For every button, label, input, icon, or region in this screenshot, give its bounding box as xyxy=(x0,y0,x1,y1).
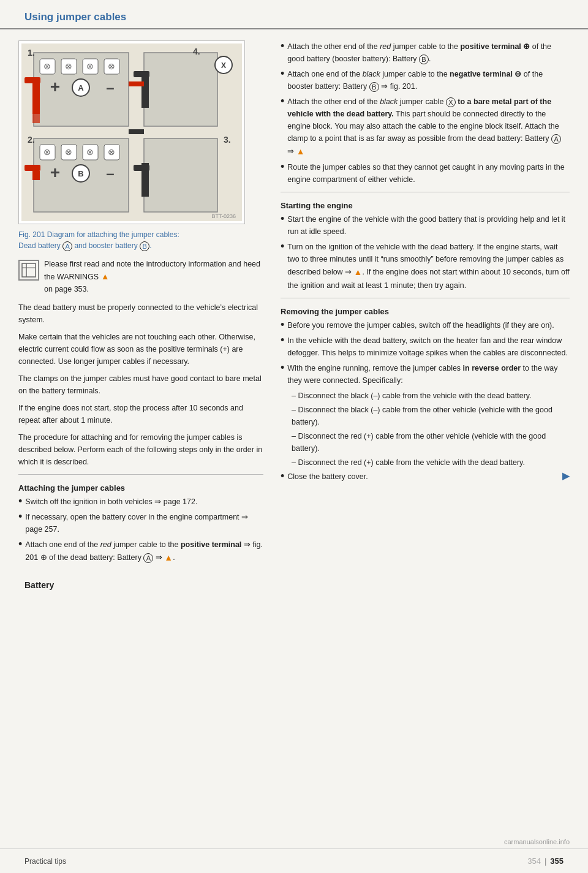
battery-label: Battery xyxy=(24,580,54,590)
page-container: Using jumper cables ⊗ xyxy=(0,0,588,873)
bullet-dot-rm4: • xyxy=(281,471,284,483)
svg-rect-15 xyxy=(32,80,40,114)
section-remove-heading: Removing the jumper cables xyxy=(281,307,570,316)
warning-text: Please first read and note the introduct… xyxy=(44,260,260,293)
bullet-dot-rm3: • xyxy=(281,362,284,374)
svg-text:1.: 1. xyxy=(28,48,35,58)
bullet-rm2-text: In the vehicle with the dead battery, sw… xyxy=(287,334,570,359)
section-attach-heading: Attaching the jumper cables xyxy=(18,483,263,493)
warning-box: Please first read and note the introduct… xyxy=(18,259,263,295)
sub-bullet-2: – Disconnect the black (–) cable from th… xyxy=(292,404,570,428)
page-footer: Practical tips 354 | 355 xyxy=(0,848,588,873)
bullet-dot-r2: • xyxy=(281,68,284,80)
para4: If the engine does not start, stop the p… xyxy=(18,402,263,426)
bullet-r2-text: Attach one end of the black jumper cable… xyxy=(287,68,570,93)
svg-text:X: X xyxy=(221,61,226,70)
warning-text-block: Please first read and note the introduct… xyxy=(44,259,263,295)
footer-pagination: 354 | 355 xyxy=(527,856,564,866)
svg-text:BTT-0236: BTT-0236 xyxy=(211,213,236,219)
warning-triangle-icon: ▲ xyxy=(101,270,110,284)
bullet-dot-r1: • xyxy=(281,40,284,53)
bullet-dot-r3: • xyxy=(281,96,284,108)
bullet-r2: • Attach one end of the black jumper cab… xyxy=(281,68,570,93)
circle-b-caption: B xyxy=(140,241,149,251)
fig-caption-line2: Dead battery xyxy=(18,241,62,250)
para5: The procedure for attaching and for remo… xyxy=(18,431,263,468)
next-arrow-icon: ▶ xyxy=(562,471,570,482)
bullet-rm4-text: Close the battery cover. xyxy=(287,471,554,483)
svg-text:–: – xyxy=(106,165,114,181)
svg-rect-42 xyxy=(144,138,217,212)
warning-icon xyxy=(18,260,39,281)
svg-rect-33 xyxy=(32,171,40,180)
svg-rect-16 xyxy=(32,114,40,123)
warn-triangle-r3: ▲ xyxy=(296,145,305,158)
svg-text:2.: 2. xyxy=(28,135,35,145)
diagram-svg: ⊗ ⊗ ⊗ ⊗ + A – xyxy=(21,43,242,221)
footer-section-label: Practical tips xyxy=(24,857,66,866)
svg-text:B: B xyxy=(78,169,83,178)
footer-page-separator: | xyxy=(545,856,546,866)
svg-rect-45 xyxy=(134,165,149,171)
bullet-attach-2: • If necessary, open the battery cover i… xyxy=(18,511,263,535)
bullet-dot-2: • xyxy=(18,511,22,523)
circle-a-bullet3: A xyxy=(143,553,153,563)
svg-rect-39 xyxy=(134,71,149,77)
bullet-r3: • Attach the other end of the black jump… xyxy=(281,96,570,158)
svg-rect-40 xyxy=(129,81,144,86)
svg-text:⊗: ⊗ xyxy=(86,147,94,157)
svg-text:⊗: ⊗ xyxy=(108,61,115,71)
bullet-attach-1: • Switch off the ignition in both vehicl… xyxy=(18,496,263,508)
bullet-dot-rm2: • xyxy=(281,334,284,347)
bullet-s1-text: Start the engine of the vehicle with the… xyxy=(287,213,570,238)
bullet-attach-1-text: Switch off the ignition in both vehicles… xyxy=(25,496,263,508)
bullet-s2-text: Turn on the ignition of the vehicle with… xyxy=(287,241,570,291)
svg-text:⊗: ⊗ xyxy=(65,61,72,71)
page-header: Using jumper cables xyxy=(0,0,588,29)
svg-text:–: – xyxy=(106,79,114,96)
bullet-r3-text: Attach the other end of the black jumper… xyxy=(287,96,570,158)
bullet-dot-r4: • xyxy=(281,161,284,173)
bullet-rm3: • With the engine running, remove the ju… xyxy=(281,362,570,387)
watermark: carmanualsonline.info xyxy=(504,838,570,845)
circle-a-r3: A xyxy=(551,134,561,144)
svg-text:⊗: ⊗ xyxy=(108,147,115,157)
svg-text:⊗: ⊗ xyxy=(65,147,72,157)
bullet-rm2: • In the vehicle with the dead battery, … xyxy=(281,334,570,359)
circle-x-r3: X xyxy=(446,97,456,107)
divider-start xyxy=(281,192,570,192)
svg-text:A: A xyxy=(78,83,84,93)
svg-rect-38 xyxy=(141,74,149,108)
bullet-dot-1: • xyxy=(18,496,22,508)
bullet-attach-2-text: If necessary, open the battery cover in … xyxy=(25,511,263,535)
bullet-s1: • Start the engine of the vehicle with t… xyxy=(281,213,570,238)
svg-rect-34 xyxy=(144,53,217,126)
fig-caption-line1: Fig. 201 Diagram for attaching the jumpe… xyxy=(18,230,179,239)
bullet-s2: • Turn on the ignition of the vehicle wi… xyxy=(281,241,570,291)
svg-text:⊗: ⊗ xyxy=(86,61,94,71)
bullet-r1: • Attach the other end of the red jumper… xyxy=(281,40,570,65)
bullet-rm3-text: With the engine running, remove the jump… xyxy=(287,362,570,387)
svg-rect-32 xyxy=(24,165,40,171)
svg-text:⊗: ⊗ xyxy=(43,61,51,71)
para1: The dead battery must be properly connec… xyxy=(18,301,263,326)
svg-rect-47 xyxy=(22,263,36,277)
fig-caption: Fig. 201 Diagram for attaching the jumpe… xyxy=(18,229,263,251)
warn-triangle-bullet3: ▲ xyxy=(164,551,173,564)
bullet-dot-s1: • xyxy=(281,213,284,225)
bullet-dot-rm1: • xyxy=(281,319,284,331)
bullet-r1-text: Attach the other end of the red jumper c… xyxy=(287,40,570,65)
bullet-r4-text: Route the jumper cables so that they can… xyxy=(287,161,570,186)
warn-triangle-s2: ▲ xyxy=(354,265,363,279)
svg-text:3.: 3. xyxy=(224,135,231,145)
bullet-rm1-text: Before you remove the jumper cables, swi… xyxy=(287,319,570,331)
circle-b-r2: B xyxy=(369,82,379,92)
bullet-attach-3-text: Attach one end of the red jumper cable t… xyxy=(25,539,263,564)
footer-page-355: 355 xyxy=(550,856,564,866)
circle-b-r1: B xyxy=(419,55,429,64)
bullet-rm1: • Before you remove the jumper cables, s… xyxy=(281,319,570,331)
bullet-attach-3: • Attach one end of the red jumper cable… xyxy=(18,539,263,564)
section-start-heading: Starting the engine xyxy=(281,201,570,210)
bullet-r4: • Route the jumper cables so that they c… xyxy=(281,161,570,186)
para3: The clamps on the jumper cables must hav… xyxy=(18,372,263,397)
